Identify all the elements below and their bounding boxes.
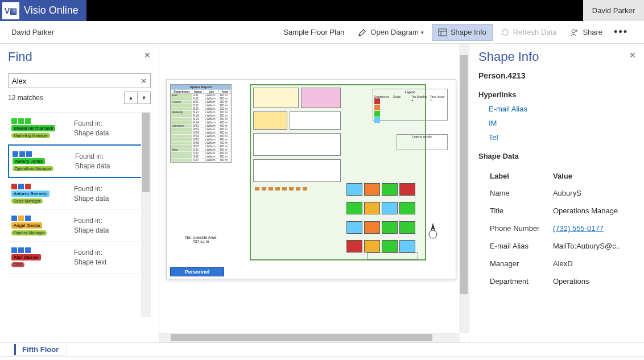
find-results-scrollbar[interactable] — [141, 113, 151, 317]
canvas-area[interactable]: Space Report DepartmentNameUseArea ExecA… — [159, 44, 469, 342]
open-diagram-button[interactable]: Open Diagram ▾ — [352, 24, 430, 40]
titlebar-user[interactable]: David Parker — [583, 0, 644, 21]
floor-plan: Legend Department Grade The Marshal● The… — [235, 84, 451, 265]
find-result-item[interactable]: Alex DarrowCEOFound in:Shape text — [8, 242, 151, 274]
shape-data-row: TitleOperations Manage — [480, 202, 634, 219]
shape-data-label: Manager — [480, 255, 552, 272]
shape-data-row: DepartmentOperations — [480, 273, 634, 289]
shape-data-th-label: Label — [480, 168, 552, 184]
find-input-wrap: ✕ — [8, 73, 151, 88]
find-input[interactable] — [12, 77, 141, 85]
pencil-icon — [358, 28, 367, 37]
open-diagram-label: Open Diagram — [370, 28, 419, 36]
find-results-list: Bharat MirchandaniMarketing ManagerFound… — [8, 112, 151, 317]
shape-data-value: AuburyS — [553, 185, 634, 201]
shape-data-link[interactable]: (732) 555-0177 — [553, 224, 604, 233]
svg-marker-4 — [431, 223, 435, 231]
find-result-item[interactable]: Antonio BermejoSales ManagerFound in:Sha… — [8, 178, 151, 210]
chevron-down-icon: ▾ — [421, 30, 424, 35]
refresh-data-label: Refresh Data — [513, 28, 557, 36]
shape-info-icon — [438, 28, 447, 37]
page-tab-fifth-floor[interactable]: Fifth Floor — [14, 344, 67, 355]
shape-info-button[interactable]: Shape Info — [432, 24, 493, 41]
canvas-h-scrollbar[interactable] — [159, 333, 460, 342]
find-close-button[interactable]: ✕ — [144, 51, 151, 60]
space-report-table: Space Report DepartmentNameUseArea ExecA… — [170, 84, 232, 163]
page-tab-bar: Fifth Floor — [0, 342, 644, 356]
find-result-detail: Found in:Shape data — [74, 184, 109, 204]
find-matches-label: 12 matches — [8, 94, 43, 102]
shape-data-row: Phone Number(732) 555-0177 — [480, 220, 634, 237]
visio-icon: V▦ — [2, 2, 19, 19]
shape-data-value: (732) 555-0177 — [553, 220, 634, 237]
svg-point-3 — [572, 30, 575, 33]
shape-data-row: E-mail AliasMailTo:AuburyS@c.. — [480, 238, 634, 254]
page-tab-label: Fifth Floor — [22, 345, 59, 354]
refresh-data-button[interactable]: Refresh Data — [495, 24, 563, 40]
refresh-icon — [501, 28, 510, 37]
shape-data-heading: Shape Data — [478, 152, 635, 160]
find-next-button[interactable]: ▼ — [137, 92, 151, 104]
shape-data-value: AlexD — [553, 255, 634, 272]
share-icon — [570, 28, 579, 37]
find-result-detail: Found in:Shape data — [74, 119, 109, 138]
personnel-button[interactable]: Personnel — [170, 267, 224, 276]
legend-box: Legend Department Grade The Marshal● The… — [373, 89, 448, 121]
shape-data-label: E-mail Alias — [480, 238, 552, 254]
shape-data-value: Operations Manage — [553, 202, 634, 219]
shape-info-panel: Shape Info ✕ Person.4213 Hyperlinks E-ma… — [469, 44, 644, 342]
shape-info-label: Shape Info — [451, 28, 486, 36]
find-clear-button[interactable]: ✕ — [141, 77, 147, 85]
share-button[interactable]: Share — [564, 24, 608, 40]
shape-data-th-value: Value — [553, 168, 634, 184]
find-result-item[interactable]: Aubury JonesOperations ManagerFound in:S… — [8, 144, 151, 178]
hyperlink-im[interactable]: IM — [489, 119, 635, 127]
document-title: Sample Floor Plan — [278, 24, 350, 40]
canvas-v-scrollbar[interactable] — [459, 44, 469, 333]
more-commands-button[interactable]: ••• — [609, 26, 633, 38]
doc-owner-label: David Parker — [11, 28, 54, 36]
find-result-detail: Found in:Shape data — [74, 216, 109, 235]
find-title: Find — [8, 49, 151, 64]
find-prev-button[interactable]: ▲ — [124, 92, 138, 104]
find-result-detail: Found in:Shape data — [75, 152, 110, 171]
find-result-detail: Found in:Shape text — [74, 248, 106, 267]
find-result-item[interactable]: Bharat MirchandaniMarketing ManagerFound… — [8, 113, 151, 144]
shape-data-value: MailTo:AuburyS@c.. — [553, 238, 634, 254]
shape-info-title: Shape Info — [478, 49, 635, 64]
shape-data-label: Title — [480, 202, 552, 219]
svg-point-5 — [429, 230, 437, 238]
scale-bar — [367, 253, 418, 259]
svg-rect-0 — [439, 29, 447, 36]
shape-info-close-button[interactable]: ✕ — [629, 51, 636, 60]
shape-data-label: Name — [480, 185, 552, 201]
hyperlink-tel[interactable]: Tel — [489, 133, 635, 142]
app-name: Visio Online — [24, 5, 79, 16]
find-panel: Find ✕ ✕ 12 matches ▲ ▼ Bharat Mirchanda… — [0, 44, 159, 342]
find-result-item[interactable]: Angel GarciaFinance ManagerFound in:Shap… — [8, 210, 151, 242]
command-bar: David Parker Sample Floor Plan Open Diag… — [0, 21, 644, 44]
net-useable-area: Net Useable Area 437 sq m — [170, 235, 232, 243]
status-bar: − + 30% HELP IMPROVE OFFICE — [0, 356, 644, 360]
app-brand: V▦ Visio Online — [0, 0, 86, 21]
shape-data-label: Phone Number — [480, 220, 552, 237]
shape-data-value: Operations — [553, 273, 634, 289]
main-area: Find ✕ ✕ 12 matches ▲ ▼ Bharat Mirchanda… — [0, 44, 644, 342]
hyperlinks-heading: Hyperlinks — [478, 90, 635, 99]
shape-data-row: NameAuburyS — [480, 185, 634, 201]
share-label: Share — [583, 28, 602, 36]
hyperlink-email[interactable]: E-mail Alias — [489, 105, 635, 113]
shape-data-row: ManagerAlexD — [480, 255, 634, 272]
legend-sample: Legend sample — [397, 134, 448, 150]
drawing-canvas[interactable]: Space Report DepartmentNameUseArea ExecA… — [166, 79, 456, 279]
shape-data-table: Label Value NameAuburySTitleOperations M… — [478, 167, 635, 291]
title-bar: V▦ Visio Online David Parker — [0, 0, 644, 21]
shape-name-label: Person.4213 — [478, 71, 635, 80]
shape-data-label: Department — [480, 273, 552, 289]
compass-icon — [427, 223, 439, 240]
space-report-title: Space Report — [171, 85, 231, 89]
